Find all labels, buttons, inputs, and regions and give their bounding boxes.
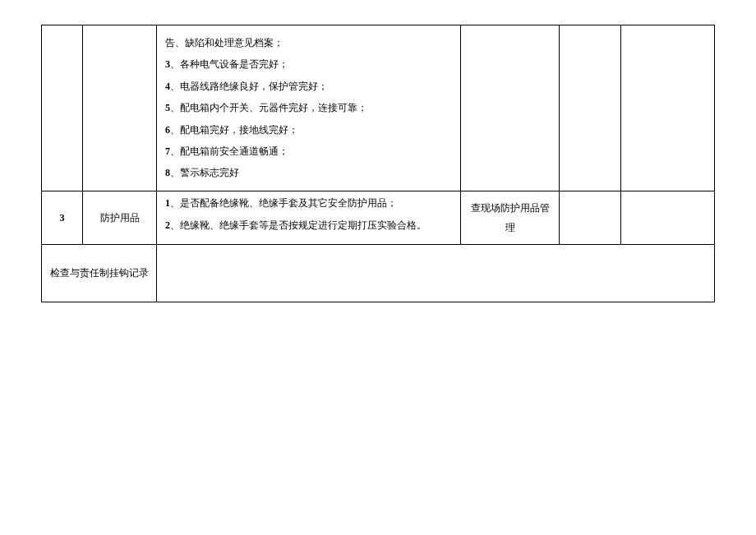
item-text: 告、缺陷和处理意见档案； (165, 37, 284, 48)
category-cell (83, 25, 157, 191)
footer-row: 检查与责任制挂钩记录 (42, 244, 715, 302)
row-number-cell (42, 25, 83, 191)
list-item: 5、配电箱内个开关、元器件完好，连接可靠； (165, 97, 455, 118)
list-item: 2、绝缘靴、绝缘手套等是否按规定进行定期打压实验合格。 (165, 214, 455, 236)
list-item: 8、警示标志完好 (165, 162, 455, 183)
item-text: 、绝缘靴、绝缘手套等是否按规定进行定期打压实验合格。 (170, 219, 426, 231)
list-item: 1、是否配备绝缘靴、绝缘手套及其它安全防护用品； (165, 192, 455, 214)
item-text: 、电器线路绝缘良好，保护管完好； (170, 81, 328, 92)
row-number: 3 (60, 212, 65, 224)
list-item: 告、缺陷和处理意见档案； (165, 32, 455, 53)
list-item: 6、配电箱完好，接地线完好； (165, 119, 455, 141)
table-row: 3 防护用品 1、是否配备绝缘靴、绝缘手套及其它安全防护用品； 2、绝缘靴、绝缘… (42, 191, 715, 244)
blank-cell (560, 191, 621, 244)
item-text: 、各种电气设备是否完好； (170, 58, 288, 70)
item-text: 、配电箱前安全通道畅通； (170, 145, 288, 157)
blank-cell (621, 25, 715, 191)
item-text: 、是否配备绝缘靴、绝缘手套及其它安全防护用品； (170, 197, 397, 209)
item-text: 、配电箱内个开关、元器件完好，连接可靠； (170, 102, 367, 113)
footer-label-cell: 检查与责任制挂钩记录 (42, 244, 157, 302)
blank-cell (560, 25, 621, 191)
items-cell: 1、是否配备绝缘靴、绝缘手套及其它安全防护用品； 2、绝缘靴、绝缘手套等是否按规… (157, 191, 461, 244)
item-text: 、警示标志完好 (170, 167, 239, 178)
method-cell (461, 25, 560, 191)
items-cell: 告、缺陷和处理意见档案； 3、各种电气设备是否完好； 4、电器线路绝缘良好，保护… (157, 25, 461, 191)
table-row: 告、缺陷和处理意见档案； 3、各种电气设备是否完好； 4、电器线路绝缘良好，保护… (42, 25, 715, 191)
item-text: 、配电箱完好，接地线完好； (170, 124, 298, 136)
inspection-table: 告、缺陷和处理意见档案； 3、各种电气设备是否完好； 4、电器线路绝缘良好，保护… (41, 25, 715, 302)
method-cell: 查现场防护用品管理 (461, 191, 560, 244)
footer-content-cell (157, 244, 715, 302)
blank-cell (621, 191, 715, 244)
list-item: 4、电器线路绝缘良好，保护管完好； (165, 76, 455, 97)
category-cell: 防护用品 (83, 191, 157, 244)
row-number-cell: 3 (42, 191, 83, 244)
list-item: 7、配电箱前安全通道畅通； (165, 141, 455, 162)
list-item: 3、各种电气设备是否完好； (165, 53, 455, 75)
